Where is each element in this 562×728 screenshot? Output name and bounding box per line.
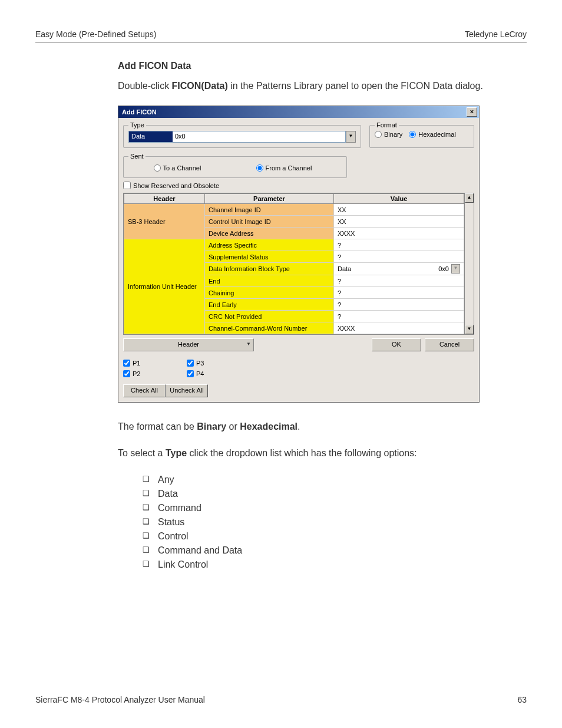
table-value[interactable]: XXXX (334, 322, 464, 334)
header-right: Teledyne LeCroy (465, 29, 527, 39)
add-ficon-dialog: Add FICON × Type Data 0x0 ▼ Format (118, 106, 480, 403)
footer-left: SierraFC M8-4 Protocol Analyzer User Man… (35, 695, 205, 704)
port-p3-checkbox[interactable]: P3 (187, 360, 222, 367)
table-param[interactable]: Channel Image ID (205, 204, 334, 216)
table-scrollbar[interactable]: ▲ ▼ (464, 193, 474, 334)
table-value[interactable]: XX (334, 204, 464, 216)
format-group: Format Binary Hexadecimal (369, 121, 474, 148)
col-parameter: Parameter (205, 194, 334, 204)
parameter-table: Header Parameter Value SB-3 Header Chann… (123, 193, 474, 335)
format-binary-radio[interactable]: Binary (375, 131, 402, 138)
check-all-button[interactable]: Check All (123, 384, 166, 397)
sent-from-radio[interactable]: From a Channel (256, 164, 312, 172)
port-p1-checkbox[interactable]: P1 (123, 360, 158, 367)
scroll-up-icon[interactable]: ▲ (465, 193, 474, 203)
table-param[interactable]: Control Unit Image ID (205, 216, 334, 228)
format-hex-radio[interactable]: Hexadecimal (409, 131, 456, 138)
list-item: Any (143, 473, 503, 487)
type-dropdown[interactable]: Data 0x0 ▼ (128, 131, 356, 143)
table-param[interactable]: CRC Not Provided (205, 311, 334, 322)
type-paragraph: To select a Type click the dropdown list… (118, 447, 503, 460)
intro-paragraph: Double-click FICON(Data) in the Patterns… (118, 80, 503, 93)
table-value[interactable]: Data 0x0 ▼ (334, 263, 464, 275)
format-legend: Format (375, 121, 399, 129)
col-header: Header (124, 194, 205, 204)
port-p4-checkbox[interactable]: P4 (187, 370, 222, 377)
sent-group: Sent To a Channel From a Channel (123, 153, 347, 178)
table-param[interactable]: Data Information Block Type (205, 263, 334, 275)
type-group: Type Data 0x0 ▼ (123, 121, 361, 148)
table-param[interactable]: End Early (205, 299, 334, 311)
dialog-title: Add FICON (122, 108, 157, 116)
type-options-list: Any Data Command Status Control Command … (143, 473, 503, 572)
table-param[interactable]: Address Specific (205, 239, 334, 251)
show-reserved-checkbox[interactable]: Show Reserved and Obsolete (123, 182, 474, 189)
cancel-button[interactable]: Cancel (425, 338, 474, 351)
uncheck-all-button[interactable]: Uncheck All (166, 384, 208, 397)
table-param[interactable]: Supplemental Status (205, 251, 334, 263)
list-item: Status (143, 515, 503, 529)
chevron-down-icon[interactable]: ▼ (451, 264, 460, 274)
sent-to-radio[interactable]: To a Channel (154, 164, 201, 172)
table-param[interactable]: Channel-Command-Word Number (205, 322, 334, 334)
list-item: Command and Data (143, 543, 503, 558)
port-p2-checkbox[interactable]: P2 (123, 370, 158, 377)
footer-page-number: 63 (517, 695, 527, 704)
scroll-down-icon[interactable]: ▼ (465, 325, 474, 334)
table-param[interactable]: Device Address (205, 228, 334, 239)
header-left: Easy Mode (Pre-Defined Setups) (35, 29, 156, 39)
header-dropdown[interactable]: Header (123, 338, 254, 351)
table-value[interactable]: ? (334, 287, 464, 299)
table-value[interactable]: ? (334, 275, 464, 287)
list-item: Data (143, 487, 503, 501)
chevron-down-icon[interactable]: ▼ (346, 131, 356, 143)
list-item: Control (143, 529, 503, 543)
format-paragraph: The format can be Binary or Hexadecimal. (118, 420, 503, 433)
list-item: Link Control (143, 558, 503, 572)
table-value[interactable]: ? (334, 299, 464, 311)
close-icon[interactable]: × (467, 107, 477, 117)
group-sb3: SB-3 Header (124, 204, 205, 239)
table-value[interactable]: ? (334, 251, 464, 263)
col-value: Value (334, 194, 464, 204)
table-value[interactable]: XX (334, 216, 464, 228)
sent-legend: Sent (128, 153, 146, 160)
ok-button[interactable]: OK (372, 338, 421, 351)
section-heading: Add FICON Data (118, 61, 503, 71)
table-value[interactable]: ? (334, 239, 464, 251)
table-param[interactable]: Chaining (205, 287, 334, 299)
list-item: Command (143, 501, 503, 515)
table-value[interactable]: ? (334, 311, 464, 322)
table-value[interactable]: XXXX (334, 228, 464, 239)
group-iuh: Information Unit Header (124, 239, 205, 334)
type-legend: Type (128, 121, 146, 129)
table-param[interactable]: End (205, 275, 334, 287)
